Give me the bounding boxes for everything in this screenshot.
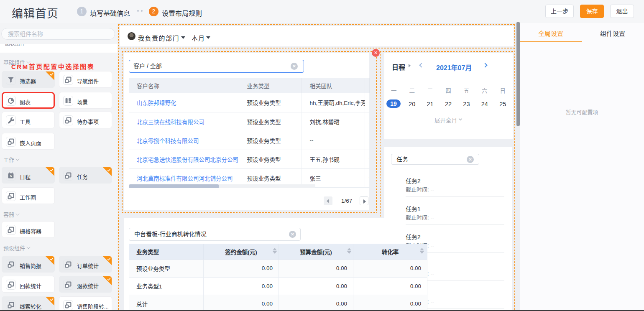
svg-text:5: 5 [10, 174, 12, 178]
